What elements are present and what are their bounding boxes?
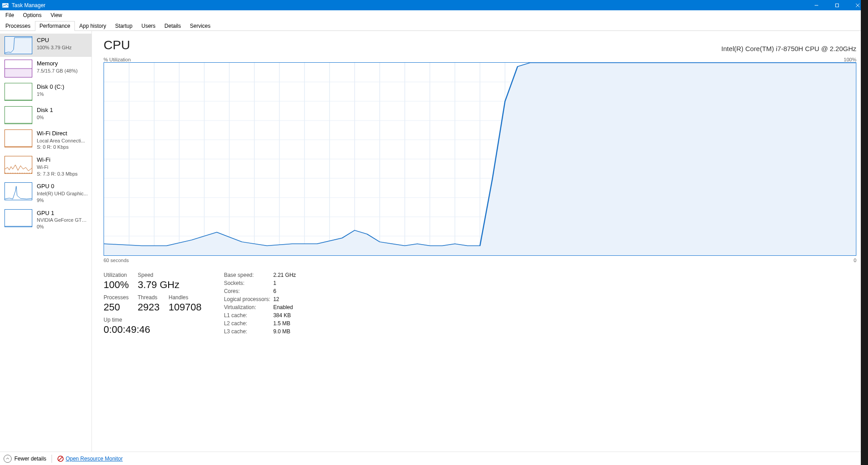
sidebar-cpu-title: CPU [37, 36, 72, 44]
utilization-value: 100% [104, 279, 129, 291]
chart-x-left: 60 seconds [104, 258, 129, 263]
sidebar-gpu1-sub1: NVIDIA GeForce GTX... [37, 217, 88, 224]
menu-options[interactable]: Options [18, 11, 46, 19]
fewer-details-label: Fewer details [14, 456, 46, 462]
sidebar-wifi-sub2: S: 7.3 R: 0.3 Mbps [37, 171, 78, 177]
cpu-spec-table: Base speed:2.21 GHz Sockets:1 Cores:6 Lo… [224, 272, 309, 335]
lprocs-value: 12 [273, 296, 309, 302]
minimize-button[interactable] [806, 0, 827, 10]
sidebar-wifidirect-sub2: S: 0 R: 0 Kbps [37, 144, 85, 151]
uptime-label: Up time [104, 317, 201, 323]
speed-label: Speed [138, 272, 179, 278]
sidebar-gpu0-title: GPU 0 [37, 182, 88, 190]
wifi-direct-thumb-icon [4, 129, 32, 147]
tab-startup[interactable]: Startup [111, 21, 137, 31]
virt-label: Virtualization: [224, 304, 273, 310]
threads-value: 2923 [138, 301, 160, 313]
utilization-label: Utilization [104, 272, 129, 278]
l3-label: L3 cache: [224, 328, 273, 335]
sidebar-item-memory[interactable]: Memory 7.5/15.7 GB (48%) [0, 57, 91, 80]
tab-services[interactable]: Services [186, 21, 215, 31]
cores-value: 6 [273, 288, 309, 294]
svg-rect-5 [5, 37, 32, 54]
processes-value: 250 [104, 301, 129, 313]
sidebar-cpu-sub: 100% 3.79 GHz [37, 44, 72, 51]
sidebar-item-disk0[interactable]: Disk 0 (C:) 1% [0, 80, 91, 103]
footer-divider [52, 455, 52, 463]
l1-value: 384 KB [273, 312, 309, 319]
svg-rect-2 [836, 4, 839, 7]
sockets-value: 1 [273, 280, 309, 286]
chart-y-label: % Utilization [104, 57, 131, 62]
sockets-label: Sockets: [224, 280, 273, 286]
content-area: CPU 100% 3.79 GHz Memory 7.5/15.7 GB (48… [0, 31, 868, 452]
cpu-thumb-icon [4, 36, 32, 54]
sidebar-wifi-title: Wi-Fi [37, 156, 78, 164]
sidebar-gpu1-sub2: 0% [37, 224, 88, 230]
base-speed-value: 2.21 GHz [273, 272, 309, 278]
virt-value: Enabled [273, 304, 309, 310]
disk0-thumb-icon [4, 83, 32, 101]
maximize-button[interactable] [827, 0, 847, 10]
handles-value: 109708 [169, 301, 201, 313]
page-title: CPU [104, 38, 130, 52]
tab-strip: Processes Performance App history Startu… [0, 20, 868, 31]
cpu-stats: Utilization 100% Speed 3.79 GHz Processe… [104, 272, 856, 336]
sidebar-memory-sub: 7.5/15.7 GB (48%) [37, 68, 78, 74]
sidebar-disk0-sub: 1% [37, 91, 64, 98]
chart-x-right: 0 [854, 258, 856, 263]
performance-main: CPU Intel(R) Core(TM) i7-8750H CPU @ 2.2… [92, 31, 868, 452]
gpu0-thumb-icon [4, 182, 32, 200]
tab-app-history[interactable]: App history [75, 21, 111, 31]
tab-performance[interactable]: Performance [35, 21, 75, 31]
speed-value: 3.79 GHz [138, 279, 179, 291]
svg-line-53 [59, 457, 62, 461]
gpu1-thumb-icon [4, 209, 32, 227]
tab-details[interactable]: Details [160, 21, 186, 31]
uptime-value: 0:00:49:46 [104, 324, 201, 336]
handles-label: Handles [169, 294, 201, 301]
cpu-device-name: Intel(R) Core(TM) i7-8750H CPU @ 2.20GHz [721, 45, 856, 52]
cpu-utilization-chart[interactable] [104, 62, 856, 256]
sidebar-gpu0-sub1: Intel(R) UHD Graphic... [37, 190, 88, 197]
sidebar-wifi-sub1: Wi-Fi [37, 164, 78, 171]
menu-view[interactable]: View [46, 11, 67, 19]
sidebar-item-wifi-direct[interactable]: Wi-Fi Direct Local Area Connecti... S: 0… [0, 127, 91, 153]
window-title: Task Manager [12, 2, 45, 9]
open-resource-monitor-label: Open Resource Monitor [65, 456, 122, 462]
svg-rect-6 [5, 69, 32, 77]
title-bar: Task Manager [0, 0, 868, 10]
sidebar-wifidirect-sub1: Local Area Connecti... [37, 138, 85, 144]
sidebar-item-gpu0[interactable]: GPU 0 Intel(R) UHD Graphic... 9% [0, 180, 91, 206]
sidebar-item-gpu1[interactable]: GPU 1 NVIDIA GeForce GTX... 0% [0, 207, 91, 233]
sidebar-item-cpu[interactable]: CPU 100% 3.79 GHz [0, 34, 91, 57]
cores-label: Cores: [224, 288, 273, 294]
sidebar-gpu0-sub2: 9% [37, 197, 88, 204]
base-speed-label: Base speed: [224, 272, 273, 278]
app-icon [2, 2, 9, 9]
menu-bar: File Options View [0, 10, 868, 20]
sidebar-item-wifi[interactable]: Wi-Fi Wi-Fi S: 7.3 R: 0.3 Mbps [0, 153, 91, 180]
chevron-up-icon [4, 455, 12, 463]
fewer-details-button[interactable]: Fewer details [4, 455, 46, 463]
sidebar-wifidirect-title: Wi-Fi Direct [37, 129, 85, 138]
menu-file[interactable]: File [1, 11, 18, 19]
l2-label: L2 cache: [224, 320, 273, 327]
wifi-thumb-icon [4, 156, 32, 174]
sidebar-disk0-title: Disk 0 (C:) [37, 83, 64, 91]
l3-value: 9.0 MB [273, 328, 309, 335]
chart-y-max: 100% [844, 57, 856, 62]
disk1-thumb-icon [4, 106, 32, 124]
sidebar-item-disk1[interactable]: Disk 1 0% [0, 103, 91, 127]
tab-users[interactable]: Users [137, 21, 160, 31]
footer-bar: Fewer details Open Resource Monitor [0, 452, 868, 465]
tab-processes[interactable]: Processes [1, 21, 35, 31]
threads-label: Threads [138, 294, 160, 301]
right-edge-strip [861, 0, 868, 465]
processes-label: Processes [104, 294, 129, 301]
performance-sidebar: CPU 100% 3.79 GHz Memory 7.5/15.7 GB (48… [0, 31, 92, 452]
lprocs-label: Logical processors: [224, 296, 273, 302]
open-resource-monitor-link[interactable]: Open Resource Monitor [57, 456, 122, 462]
sidebar-disk1-sub: 0% [37, 114, 53, 121]
sidebar-memory-title: Memory [37, 60, 78, 68]
